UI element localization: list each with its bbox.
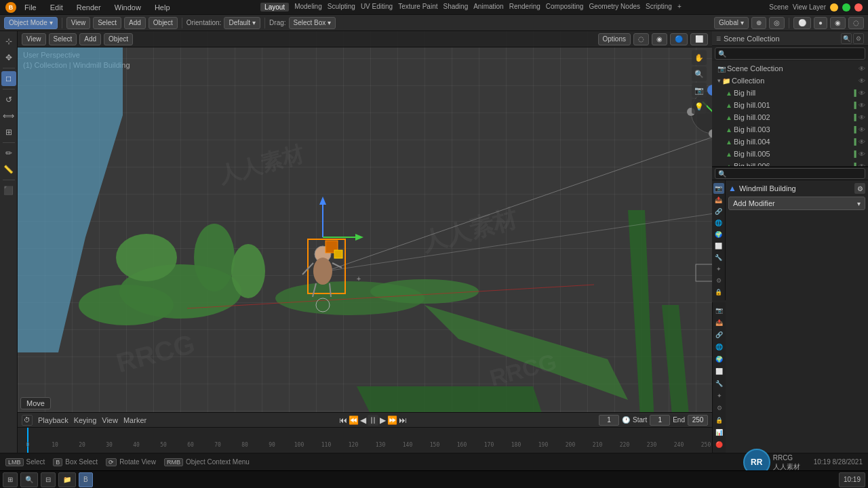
play-btn[interactable]: ⏸ [368,415,378,426]
outliner-search-input[interactable] [715,47,865,60]
matcap-view-btn[interactable]: 🔵 [670,33,688,45]
jump-end-btn[interactable]: ⏭ [399,415,407,425]
workspace-animation[interactable]: Animation [473,3,503,12]
add-modifier-btn[interactable]: Add Modifier ▾ [728,197,865,210]
marker-label[interactable]: Marker [123,416,146,424]
wireframe-view-btn[interactable]: ◌ [633,33,649,45]
search-taskbar-btn[interactable]: 🔍 [20,472,38,487]
select-box-tool[interactable]: □ [1,71,16,86]
material-preview-btn[interactable]: ● [814,17,827,29]
visibility-icon[interactable]: 👁 [859,102,865,109]
wireframe-btn[interactable]: ◌ [848,17,864,29]
right-icon-data[interactable]: 📊 [714,427,725,438]
playback-label[interactable]: Playback [38,416,68,424]
visibility-icon[interactable]: 👁 [859,65,865,73]
render-preview-btn[interactable]: ⚪ [793,17,811,29]
overlay-icon-lamp[interactable]: 💡 [692,99,707,114]
outliner-filter-btn[interactable]: 🔍 [841,33,852,44]
jump-start-btn[interactable]: ⏮ [339,415,347,425]
outliner-item-bighilll[interactable]: ▲ Big hill ▌ 👁 [712,87,868,99]
keying-label[interactable]: Keying [74,416,97,424]
right-icon-world[interactable]: 🌍 [714,354,725,365]
prop-icon-physics[interactable]: ⚙ [713,275,724,286]
object-mode-dropdown[interactable]: Object Mode ▾ [4,17,58,29]
maximize-button[interactable] [842,3,850,12]
add-menu-btn[interactable]: Add [124,17,146,29]
viewport-select-btn[interactable]: Select [49,33,77,45]
outliner-item-collection[interactable]: ▾ 📁 Collection 👁 [712,75,868,87]
next-frame-btn[interactable]: ⏩ [387,415,397,425]
prop-icon-view-layer[interactable]: 🔗 [713,206,724,217]
timeline-icon[interactable]: ⏱ [22,415,33,426]
right-icon-object[interactable]: ⬜ [714,366,725,377]
workspace-geometry[interactable]: Geometry Nodes [589,3,640,12]
prop-icon-constraints[interactable]: 🔒 [713,287,724,298]
outliner-item-bighill004[interactable]: ▲ Big hill.004 ▌ 👁 [712,136,868,148]
timeline-view-label[interactable]: View [102,416,118,424]
taskview-btn[interactable]: ⊟ [41,472,56,487]
workspace-add[interactable]: + [677,3,682,12]
right-icon-material[interactable]: 🔴 [714,439,725,450]
scale-tool[interactable]: ⟺ [1,108,16,123]
visibility-icon[interactable]: 👁 [859,77,865,85]
rendered-view-btn[interactable]: ⬜ [690,33,708,45]
start-frame-input[interactable]: 1 [650,415,670,426]
workspace-layout[interactable]: Layout [260,3,289,12]
rotate-tool[interactable]: ↺ [1,92,16,107]
workspace-modeling[interactable]: Modeling [294,3,322,12]
viewport-object-btn[interactable]: Object [104,33,133,45]
prop-icon-render[interactable]: 📷 [713,183,724,194]
menu-render[interactable]: Render [74,3,104,12]
outliner-item-bighill006[interactable]: ▲ Big hill.006 ▌ 👁 [712,160,868,167]
drag-dropdown[interactable]: Select Box ▾ [289,17,336,29]
explorer-btn[interactable]: 📁 [58,472,76,487]
overlay-icon-hand[interactable]: ✋ [692,50,707,65]
properties-search-input[interactable] [715,168,865,179]
windmill-settings-btn[interactable]: ⚙ [854,183,865,194]
menu-edit[interactable]: Edit [47,3,66,12]
right-icon-render[interactable]: 📷 [714,305,725,316]
viewport-options-btn[interactable]: Options [598,33,631,45]
workspace-texture[interactable]: Texture Paint [398,3,437,12]
prop-icon-particles[interactable]: ✦ [713,264,724,274]
global-dropdown[interactable]: Global ▾ [714,17,749,29]
menu-window[interactable]: Window [112,3,144,12]
right-icon-particles[interactable]: ✦ [714,390,725,401]
workspace-rendering[interactable]: Rendering [509,3,540,12]
end-frame-input[interactable]: 250 [688,415,708,426]
title-bar-menus[interactable]: File Edit Render Window Help [22,3,173,12]
visibility-icon[interactable]: 👁 [859,138,865,146]
blender-taskbar-btn[interactable]: B [79,472,93,487]
overlay-icon-camera[interactable]: 📷 [692,83,707,98]
menu-help[interactable]: Help [152,3,173,12]
workspace-shading[interactable]: Shading [443,3,469,12]
prop-icon-object[interactable]: ⬜ [713,241,724,251]
right-icon-output[interactable]: 📤 [714,317,725,328]
transform-tool[interactable]: ⊞ [1,125,16,140]
outliner-item-bighilll001[interactable]: ▲ Big hill.001 ▌ 👁 [712,99,868,111]
outliner-settings-btn[interactable]: ⚙ [853,33,864,44]
next-keyframe-btn[interactable]: ▶ [380,415,386,425]
add-cube-tool[interactable]: ⬛ [1,183,16,198]
prop-icon-modifier[interactable]: 🔧 [713,252,724,263]
measure-tool[interactable]: 📏 [1,162,16,177]
solid-view-btn[interactable]: ◉ [830,17,846,29]
orientation-dropdown[interactable]: Default ▾ [224,17,260,29]
outliner-item-scene-collection[interactable]: 📷 Scene Collection 👁 [712,62,868,75]
visibility-icon[interactable]: 👁 [859,89,865,97]
prop-icon-scene[interactable]: 🌐 [713,218,724,228]
start-button[interactable]: ⊞ [3,472,18,487]
right-icon-view-layer[interactable]: 🔗 [714,329,725,340]
viewport-add-btn[interactable]: Add [79,33,101,45]
viewport-view-btn[interactable]: View [22,33,46,45]
visibility-icon[interactable]: 👁 [859,150,865,158]
workspace-uv[interactable]: UV Editing [361,3,393,12]
current-frame-input[interactable]: 1 [599,415,619,426]
right-icon-scene[interactable]: 🌐 [714,342,725,352]
workspace-scripting[interactable]: Scripting [646,3,672,12]
proportional-btn[interactable]: ◎ [769,17,785,29]
outliner-item-bighill005[interactable]: ▲ Big hill.005 ▌ 👁 [712,148,868,160]
workspace-compositing[interactable]: Compositing [546,3,584,12]
view-menu-btn[interactable]: View [66,17,91,29]
minimize-button[interactable] [830,3,838,12]
